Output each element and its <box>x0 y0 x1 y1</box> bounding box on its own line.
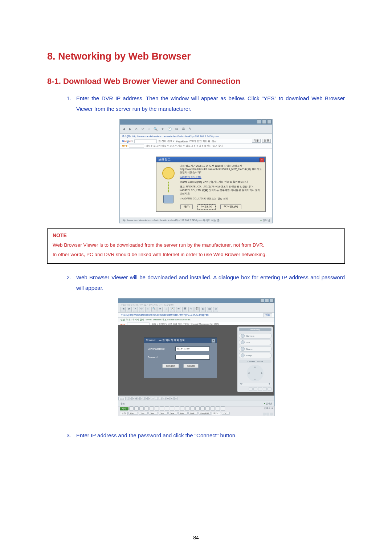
refresh-icon: ⟳ <box>139 307 144 312</box>
channel-chip: 3 <box>132 397 134 400</box>
gear-icon <box>241 353 245 357</box>
taskbar-task: DVR... <box>188 412 198 415</box>
quick-launch-icon <box>221 406 225 411</box>
forward-icon: ▶ <box>127 307 132 312</box>
quick-launch-icon <box>144 406 149 411</box>
step-1-number: 1. <box>65 93 71 104</box>
note-line-1: Web Browser Viewer is to be downloaded f… <box>53 240 339 250</box>
quick-launch-icon <box>205 406 210 411</box>
trust-always-radio: NADATEL CO., LTD.의 콘텐츠는 항상 신뢰 <box>180 197 262 200</box>
server-address-field: 211.54.73.60 <box>175 347 210 351</box>
globe-icon <box>162 167 175 179</box>
browser-toolbar-b: ◀ ▶ ✕ ⟳ ⌂ 🔍 ★ ♫ 🕘 ✉ 🖶 ✎ 💬 ◧ ◨ ⧉ <box>118 307 274 313</box>
section-heading: 8. Networking by Web Browser <box>47 51 345 62</box>
no-button: 아니요(N) <box>198 204 215 209</box>
channel-chip: 10 <box>151 397 154 400</box>
computer-icon <box>163 195 173 203</box>
quick-launch-icon <box>160 406 164 411</box>
channel-chip: 7 <box>143 397 145 400</box>
step-3-text: Enter IP address and the password and cl… <box>76 430 237 441</box>
setup-button: Setup <box>239 353 271 358</box>
taskbar-task: DV... <box>222 412 230 415</box>
quick-launch-icon <box>195 406 200 411</box>
quick-launch-icon <box>170 406 174 411</box>
connect-dialog: Connect ... — 웹 페이지 대화 상자 × Server addre… <box>144 337 217 378</box>
channel-chip: 13 <box>163 397 166 400</box>
cancel-button: Cancel <box>183 364 199 368</box>
channel-chip: 6 <box>140 397 142 400</box>
browser-viewport: 보안 경고 × 다음 발급자가 2006-11-04 오전 11:18에 서명하… <box>120 149 272 218</box>
quick-launch-icon <box>200 406 205 411</box>
home-icon: ⌂ <box>148 127 150 131</box>
quick-launch-icon <box>216 406 220 411</box>
media-icon: ♫ <box>164 307 169 312</box>
mail-icon: ✉ <box>176 307 181 312</box>
status-done: 완료 <box>121 402 125 405</box>
quick-launch-icon <box>129 406 134 411</box>
quick-launch-icon <box>190 406 195 411</box>
connect-side-button: Connect <box>239 333 271 339</box>
search-icon: 🔍 <box>154 127 158 131</box>
start-button: 시작 <box>120 407 128 410</box>
google-pagerank: PageRank <box>176 140 188 143</box>
stop-icon: ✕ <box>133 307 138 312</box>
minimize-icon <box>257 119 261 124</box>
maximize-icon <box>265 299 269 303</box>
layout-4-icon <box>253 387 257 391</box>
zoom-slider: WT <box>240 383 271 386</box>
taskbar-task: 렉스... <box>212 412 221 415</box>
edit-icon: ✎ <box>189 127 192 131</box>
address-url: http://www.standalone4ch.com/webclient/i… <box>132 135 270 138</box>
maximize-icon <box>262 119 266 124</box>
channel-chip: 4 <box>135 397 137 400</box>
search-icon: 🔍 <box>151 307 156 312</box>
channel-chip: 14 <box>167 397 170 400</box>
camera-control-label: Camera Control <box>239 360 271 363</box>
browser-toolbar: ◀ ▶ ✕ ⟳ ⌂ 🔍 ★ 🕘 ✉ 🖶 ✎ <box>120 125 272 134</box>
more-info-button: 추가 정보(M) <box>220 204 241 209</box>
layout-full-icon <box>268 387 271 391</box>
address-bar: 주소(D) http://www.standalone4ch.com/webcl… <box>120 134 272 139</box>
arrow-left-icon: ◀ <box>248 372 249 374</box>
dialog-title: 보안 경고 × <box>156 157 265 162</box>
home-icon: ⌂ <box>145 307 150 312</box>
stop-icon: ✕ <box>135 127 138 131</box>
quick-launch-icon <box>175 406 179 411</box>
history-icon: 🕘 <box>170 307 175 312</box>
step-1-text: Enter the DVR IP address. Then the windo… <box>76 93 345 114</box>
taskbar-task: Rela... <box>178 412 188 415</box>
taskbar-task: Tera... <box>148 412 158 415</box>
windows-taskbar: 시작 보호Rela...Tera <box>118 406 275 416</box>
portal-toolbar: MY▾ 검색 ▾ 로그인 메일 ▾ 뉴스 ▾ 게임 ▾ 블로그 ▾ 쇼핑 ▾ 캘… <box>120 144 272 149</box>
step-3-number: 3. <box>65 430 71 441</box>
note-box: NOTE Web Browser Viewer is to be downloa… <box>47 228 345 264</box>
browser-statusbar: http://www.standalone4ch.com/webclient/i… <box>120 218 272 223</box>
viewer-workspace: Connect ... — 웹 페이지 대화 상자 × Server addre… <box>118 325 274 396</box>
step-1: 1. Enter the DVR IP address. Then the wi… <box>65 93 345 114</box>
channel-chip: 15 <box>171 397 174 400</box>
tray-icon <box>263 413 266 416</box>
tool-icon: ◧ <box>201 307 206 312</box>
dialog-text-3: 경고: NADATEL CO., LTD.이(가) 이 콘텐츠가 안전함을 보증… <box>180 185 262 195</box>
status-zone: ● 인터넷 <box>260 219 270 222</box>
print-icon: 🖶 <box>182 127 185 131</box>
layout-16-icon <box>263 387 267 391</box>
step-3: 3. Enter IP address and the password and… <box>65 430 345 441</box>
tray-icon <box>270 413 273 416</box>
channel-chip: 12 <box>159 397 162 400</box>
google-logo: Google ▾ <box>122 140 133 143</box>
dialog-close-icon: × <box>260 158 264 162</box>
subsection-heading: 8-1. Download Web Brower Viewer and Conn… <box>47 77 345 86</box>
refresh-icon: ⟳ <box>142 127 144 131</box>
quick-launch-icon <box>134 406 139 411</box>
tray-icon <box>266 413 269 416</box>
channel-group: ◻◻ <box>118 397 126 400</box>
taskbar-clock: 오후 6:19 <box>264 407 273 410</box>
security-warning-dialog: 보안 경고 × 다음 발급자가 2006-11-04 오전 11:18에 서명하… <box>156 157 266 212</box>
password-label: Password : <box>148 356 173 358</box>
connect-button: Connect <box>162 364 179 368</box>
favorites-icon: ★ <box>161 127 164 131</box>
google-popup-block: 238개 팝업 차단됨 <box>189 139 211 143</box>
search-icon <box>241 347 245 351</box>
address-label: 주소(D) <box>122 134 131 138</box>
